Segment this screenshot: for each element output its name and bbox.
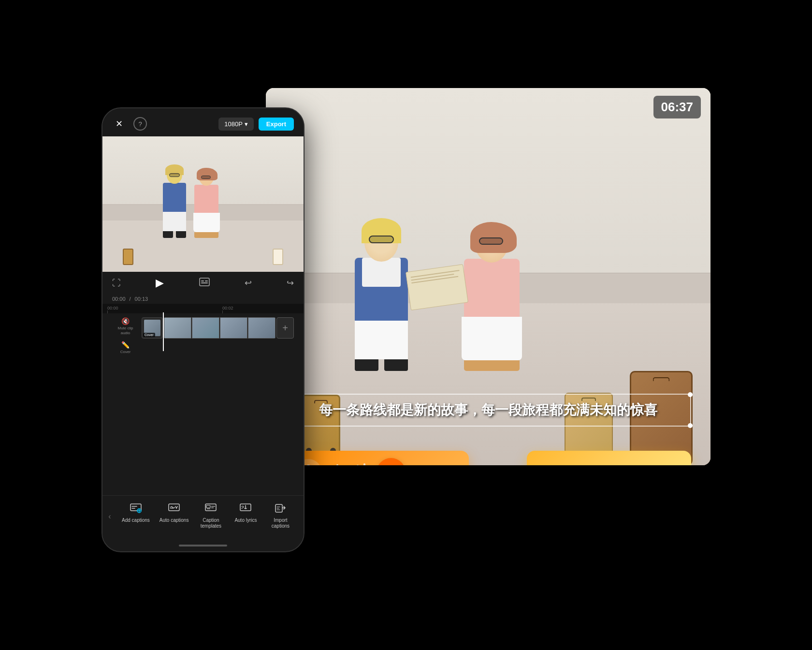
p2-body: [464, 259, 520, 317]
person2: [462, 226, 522, 371]
mark-2: 00:02: [222, 306, 299, 313]
toolbar-add-captions[interactable]: Add captions: [117, 501, 155, 532]
p1-body: [355, 258, 408, 321]
export-button[interactable]: Export: [259, 118, 294, 131]
auto-captions-label: Auto captions: [160, 517, 189, 523]
head1: [167, 166, 182, 184]
svg-rect-13: [206, 505, 210, 508]
film-strip[interactable]: [164, 317, 276, 339]
add-captions-icon: [130, 503, 142, 516]
suitcase-preview-right: [273, 249, 283, 265]
speech-card: → Speech: [285, 451, 469, 465]
dropdown-arrow-icon: ▾: [245, 120, 248, 128]
text-card-label: Text: [560, 463, 682, 465]
help-button[interactable]: ?: [133, 117, 147, 131]
foot1r: [384, 359, 408, 371]
legs1: [163, 212, 186, 231]
caption-corner-tr: [688, 392, 693, 397]
chevron-left-icon: ‹: [108, 512, 111, 521]
p1-feet: [355, 359, 408, 371]
undo-icon[interactable]: ↩: [245, 278, 252, 288]
svg-rect-12: [205, 504, 216, 511]
preview-scene: [102, 136, 304, 272]
suitcase-preview-left: [123, 249, 133, 265]
timeline-ruler: 00:00 00:02: [102, 304, 304, 313]
film-frame-4: [248, 317, 276, 339]
svg-point-19: [306, 465, 311, 466]
phone-home-bar: [102, 542, 304, 551]
track-content: Cover +: [142, 317, 294, 339]
caption-overlay[interactable]: 每一条路线都是新的故事，每一段旅程都充满未知的惊喜: [285, 394, 691, 427]
import-captions-label: Importcaptions: [272, 517, 290, 529]
p2-sandals: [464, 360, 520, 371]
caption-templates-label: Captiontemplates: [201, 517, 221, 529]
foot-l: [163, 231, 173, 238]
timeline-marks: 00:00 00:02: [102, 304, 304, 313]
toolbar-auto-captions[interactable]: Auto captions: [155, 501, 194, 532]
svg-rect-1: [201, 281, 204, 281]
figures: [163, 166, 220, 238]
women-scene: 06:37 每一条路线都是新的故事，每一段旅程都充满未知的惊喜: [266, 88, 710, 465]
add-captions-label: Add captions: [122, 517, 150, 523]
cover-chip[interactable]: Cover: [142, 317, 163, 339]
toolbar-items: Add captions Auto captions: [117, 501, 304, 532]
fullscreen-icon[interactable]: ⛶: [112, 278, 121, 288]
arrow-right-icon: →: [384, 465, 398, 465]
film-frame-3: [220, 317, 247, 339]
mark-label-0: 00:00: [107, 306, 118, 310]
feet1: [163, 231, 186, 238]
person1: [355, 223, 408, 371]
p2-head: [475, 226, 508, 263]
feet2: [194, 232, 218, 238]
suitcase-right-handle: [653, 377, 670, 381]
toolbar-import-captions[interactable]: Importcaptions: [263, 501, 298, 532]
phone-toolbar: ‹: [102, 495, 304, 542]
export-label: Export: [266, 120, 286, 128]
cover-badge: Cover: [143, 333, 155, 337]
track-labels: 🔇 Mute clipaudio ✏️ Cover: [112, 317, 139, 354]
cover-label: Cover: [120, 350, 130, 354]
map-line3: [412, 276, 459, 284]
toolbar-scroll: ‹: [102, 501, 304, 532]
video-bg: 06:37 每一条路线都是新的故事，每一段旅程都充满未知的惊喜: [266, 88, 710, 465]
mute-icon[interactable]: 🔇: [121, 317, 130, 325]
video-track: Cover +: [142, 317, 294, 339]
figure1: [163, 166, 186, 238]
header-right: 1080P ▾ Export: [218, 118, 294, 131]
glasses2: [201, 176, 211, 179]
glasses1: [169, 173, 180, 177]
phone-controls: ⛶ ▶ ↩ ↪: [102, 272, 304, 294]
video-player: 06:37 每一条路线都是新的故事，每一段旅程都充满未知的惊喜: [266, 88, 710, 465]
play-button[interactable]: ▶: [156, 277, 164, 289]
redo-icon[interactable]: ↪: [287, 278, 294, 288]
video-time-badge: 06:37: [653, 96, 701, 118]
mark-label-2: 00:02: [222, 306, 233, 310]
speech-waveform: [330, 463, 369, 465]
toolbar-caption-templates[interactable]: Captiontemplates: [193, 501, 228, 532]
toolbar-chevron[interactable]: ‹: [102, 502, 117, 531]
p2-glasses: [479, 237, 503, 245]
resolution-button[interactable]: 1080P ▾: [218, 118, 254, 131]
resolution-label: 1080P: [224, 120, 243, 128]
p2-skirt: [462, 317, 522, 360]
auto-lyrics-icon: [240, 503, 251, 516]
caption-templates-icon: [205, 503, 217, 516]
p1-head: [364, 223, 398, 262]
cover-edit-icon[interactable]: ✏️: [121, 341, 130, 349]
wave-bar-11: [363, 463, 365, 465]
home-indicator: [179, 545, 227, 547]
captions-toggle-icon[interactable]: [199, 278, 210, 289]
arrow-circle[interactable]: →: [377, 458, 406, 465]
time-separator: /: [130, 296, 131, 302]
svg-rect-0: [200, 278, 209, 286]
p1-glasses: [369, 236, 394, 243]
text-card: T Text: [527, 451, 691, 465]
close-button[interactable]: ✕: [112, 117, 126, 131]
p1-shirt: [362, 258, 401, 287]
add-clip-button[interactable]: +: [276, 317, 294, 339]
toolbar-auto-lyrics[interactable]: Auto lyrics: [228, 501, 263, 532]
film-frame-1: [164, 317, 191, 339]
time-display: 00:00 / 00:13: [107, 294, 299, 304]
mark-line-0: [107, 310, 108, 313]
mute-label: Mute clipaudio: [117, 326, 133, 335]
